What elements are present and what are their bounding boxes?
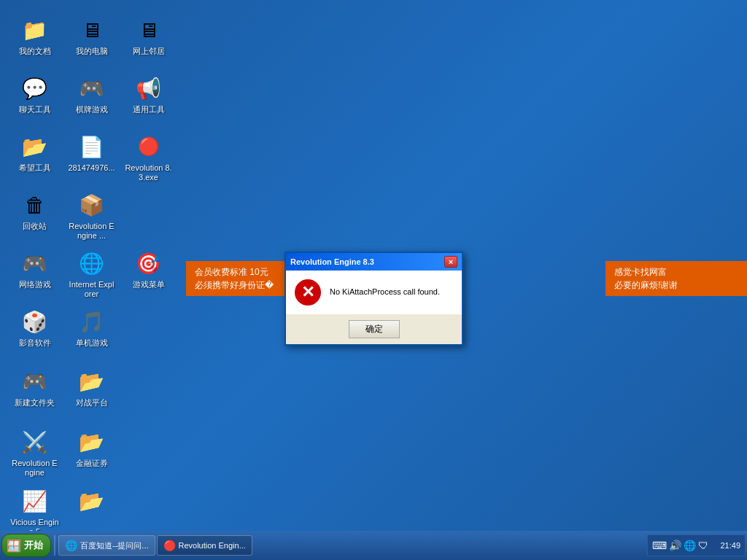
new-folder-icon: 📂: [77, 367, 107, 396]
file281-label: 281474976...: [68, 163, 115, 173]
banner-right: 感觉卡找网富 必要的麻烦!谢谢: [605, 261, 747, 296]
finance-icon: 📈: [20, 486, 50, 516]
my-docs-icon: 📁: [20, 15, 50, 44]
dialog-message: No KiAttachProcess call found.: [330, 287, 440, 298]
icon-single-game[interactable]: 🎮 新建文件夹: [7, 362, 62, 412]
taskbar-divider: [54, 535, 55, 556]
icon-revolution-engine-folder[interactable]: 📂 金融证券: [64, 423, 119, 472]
taskbar-item-revolution[interactable]: 🔴 Revolution Engin...: [157, 535, 252, 556]
icon-chess-game[interactable]: 🎮 棋牌游戏: [64, 69, 119, 119]
chess-label: 棋牌游戏: [76, 105, 108, 114]
ie-label: Internet Explorer: [67, 280, 116, 299]
error-dialog: Revolution Engine 8.3 × ✕ No KiAttachPro…: [285, 252, 463, 346]
tray-icons: ⌨ 🔊 🌐 🛡: [652, 540, 708, 551]
rev-engine-folder-icon: 📂: [77, 427, 107, 456]
icon-my-docs[interactable]: 📁 我的文档: [7, 11, 62, 61]
notification-banner: 会员收费标准 10元 必须携带好身份证� 感觉卡找网富 必要的麻烦!谢谢: [186, 261, 747, 296]
icon-new-folder[interactable]: 📂 对战平台: [64, 362, 119, 412]
security-tray-icon: 🛡: [698, 540, 708, 551]
dialog-body: ✕ No KiAttachProcess call found.: [286, 271, 462, 314]
single-game-icon: 🎮: [20, 367, 50, 396]
hope-icon: 📂: [20, 132, 50, 161]
new-folder-label: 对战平台: [76, 398, 108, 408]
rev-engine-shortcut-label: Revolution Engine ...: [67, 222, 116, 241]
icon-chat-tool[interactable]: 💬 聊天工具: [7, 69, 62, 119]
computer-label: 我的电脑: [76, 47, 108, 56]
common-tool-label: 通用工具: [133, 105, 165, 114]
net-game-label: 网络游戏: [19, 280, 51, 289]
rest-game-icon: 🎯: [134, 249, 163, 278]
ie-icon: 🌐: [77, 249, 107, 278]
net-neighbor-label: 网上邻居: [133, 47, 165, 56]
banner-left: 会员收费标准 10元 必须携带好身份证�: [186, 261, 299, 296]
baidu-taskbar-icon: 🌐: [65, 540, 77, 551]
battle-icon: ⚔️: [20, 427, 50, 456]
file281-icon: 📄: [77, 132, 107, 161]
chat-label: 聊天工具: [19, 105, 51, 114]
clock: 21:49: [711, 541, 740, 550]
icon-vicious-engine[interactable]: 📂: [64, 482, 119, 522]
banner-right-top: 感觉卡找网富: [614, 265, 738, 279]
icon-battle-platform[interactable]: ⚔️ Revolution Engine: [7, 423, 62, 482]
revolution-taskbar-icon: 🔴: [163, 540, 176, 551]
icon-game-menu[interactable]: 🎲 影音软件: [7, 303, 62, 352]
media-icon: 🎵: [77, 307, 107, 336]
desktop: 📁 我的文档 💬 聊天工具 📂 希望工具 🖥 我的电脑 🎮 棋牌游戏 📄 281…: [0, 0, 747, 531]
media-label: 单机游戏: [76, 338, 108, 348]
recycle-icon: 🗑: [20, 190, 50, 219]
rest-game-label: 游戏菜单: [133, 280, 165, 289]
game-menu-label: 影音软件: [19, 338, 51, 348]
keyboard-tray-icon: ⌨: [652, 540, 667, 551]
vicious-engine-icon: 📂: [77, 486, 107, 516]
my-docs-label: 我的文档: [19, 47, 51, 56]
dialog-ok-button[interactable]: 确定: [349, 320, 400, 338]
revolution83-icon: 🔴: [134, 132, 163, 161]
hope-label: 希望工具: [19, 163, 51, 173]
icon-rest-game[interactable]: 🎯 游戏菜单: [121, 244, 176, 294]
icon-media-soft[interactable]: 🎵 单机游戏: [64, 303, 119, 352]
computer-icon: 🖥: [77, 15, 107, 44]
banner-left-bottom: 必须携带好身份证�: [195, 279, 290, 292]
icon-my-computer[interactable]: 🖥 我的电脑: [64, 11, 119, 61]
dialog-title: Revolution Engine 8.3: [290, 257, 374, 266]
taskbar-item-baidu[interactable]: 🌐 百度知道--提问问...: [58, 535, 155, 556]
chess-icon: 🎮: [77, 74, 107, 103]
game-menu-icon: 🎲: [20, 307, 50, 336]
chat-icon: 💬: [20, 74, 50, 103]
banner-left-top: 会员收费标准 10元: [195, 265, 290, 279]
baidu-taskbar-label: 百度知道--提问问...: [80, 540, 149, 551]
icon-hope-tool[interactable]: 📂 希望工具: [7, 128, 62, 177]
icon-revolution-engine-shortcut[interactable]: 📦 Revolution Engine ...: [64, 186, 119, 245]
icon-net-neighbor[interactable]: 🖥 网上邻居: [121, 11, 176, 61]
icon-revolution83[interactable]: 🔴 Revolution 8.3.exe: [121, 128, 176, 187]
dialog-titlebar: Revolution Engine 8.3 ×: [286, 253, 462, 271]
windows-icon: 🪟: [7, 539, 21, 553]
dialog-footer: 确定: [286, 314, 462, 344]
battle-label: Revolution Engine: [10, 459, 59, 478]
revolution-taskbar-label: Revolution Engin...: [179, 541, 246, 550]
icon-ie[interactable]: 🌐 Internet Explorer: [64, 244, 119, 303]
single-game-label: 新建文件夹: [15, 398, 55, 408]
icon-file281[interactable]: 📄 281474976...: [64, 128, 119, 177]
net-game-icon: 🎮: [20, 249, 50, 278]
banner-right-bottom: 必要的麻烦!谢谢: [614, 279, 738, 292]
recycle-label: 回收站: [23, 222, 47, 231]
dialog-close-button[interactable]: ×: [444, 256, 457, 268]
icon-recycle[interactable]: 🗑 回收站: [7, 186, 62, 236]
network-tray-icon: 🌐: [684, 540, 696, 551]
volume-tray-icon: 🔊: [669, 540, 681, 551]
error-icon: ✕: [295, 279, 321, 306]
start-button[interactable]: 🪟 开始: [1, 534, 51, 557]
system-tray: ⌨ 🔊 🌐 🛡 21:49: [647, 534, 746, 556]
rev-engine-folder-label: 金融证券: [76, 459, 108, 468]
icon-net-game[interactable]: 🎮 网络游戏: [7, 244, 62, 294]
taskbar: 🪟 开始 🌐 百度知道--提问问... 🔴 Revolution Engin..…: [0, 531, 747, 560]
desktop-icons: 📁 我的文档 💬 聊天工具 📂 希望工具 🖥 我的电脑 🎮 棋牌游戏 📄 281…: [7, 7, 190, 532]
icon-common-tool[interactable]: 📢 通用工具: [121, 69, 176, 119]
net-neighbor-icon: 🖥: [134, 15, 163, 44]
common-tool-icon: 📢: [134, 74, 163, 103]
start-label: 开始: [24, 539, 43, 552]
rev-engine-shortcut-icon: 📦: [77, 190, 107, 219]
revolution83-label: Revolution 8.3.exe: [124, 163, 173, 182]
